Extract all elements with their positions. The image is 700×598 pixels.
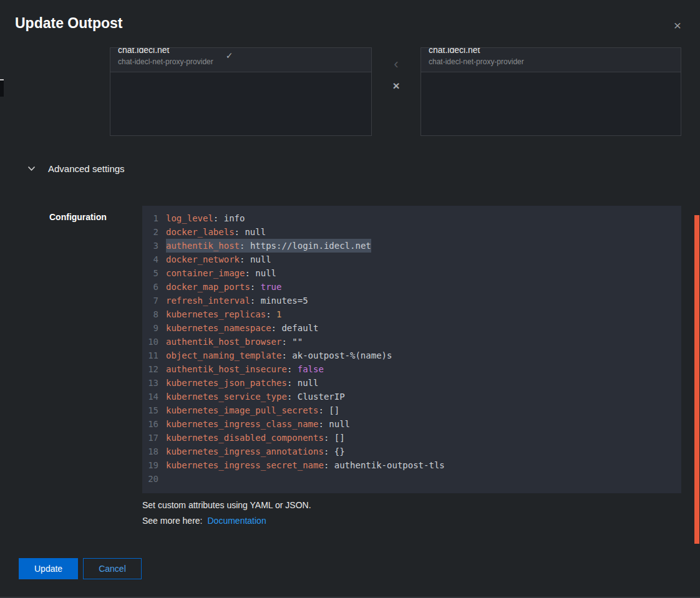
line-number: 11 bbox=[142, 349, 158, 362]
dual-select-controls: ‹ × bbox=[372, 47, 420, 136]
editor-line[interactable]: 1log_level: info bbox=[142, 211, 681, 225]
line-number: 15 bbox=[142, 403, 158, 417]
available-providers-panel[interactable]: chat.idecl.netchat-idecl-net-proxy-provi… bbox=[110, 47, 372, 136]
yaml-value: default bbox=[281, 323, 318, 333]
editor-line[interactable]: 15kubernetes_image_pull_secrets: [] bbox=[142, 403, 681, 417]
yaml-value: null bbox=[255, 268, 276, 278]
yaml-value: https://login.idecl.net bbox=[250, 241, 371, 251]
advanced-settings-toggle[interactable]: Advanced settings bbox=[27, 163, 125, 174]
editor-line[interactable]: 19kubernetes_ingress_secret_name: authen… bbox=[142, 458, 681, 472]
line-number: 1 bbox=[142, 211, 158, 225]
line-number: 20 bbox=[142, 472, 158, 486]
line-code: kubernetes_service_type: ClusterIP bbox=[166, 390, 345, 403]
item-title: chat.idecl.net bbox=[429, 47, 524, 55]
item-subtitle: chat-idecl-net-proxy-provider bbox=[429, 57, 524, 67]
documentation-link[interactable]: Documentation bbox=[208, 516, 266, 526]
yaml-key: kubernetes_ingress_annotations bbox=[166, 446, 324, 456]
line-code: authentik_host_insecure: false bbox=[166, 362, 324, 376]
editor-line[interactable]: 9kubernetes_namespace: default bbox=[142, 321, 681, 335]
yaml-value: info bbox=[224, 213, 245, 223]
update-button[interactable]: Update bbox=[19, 558, 78, 579]
line-code: kubernetes_ingress_annotations: {} bbox=[166, 445, 345, 458]
yaml-key: authentik_host_insecure bbox=[166, 364, 287, 374]
yaml-value: "" bbox=[292, 337, 303, 347]
yaml-value: [] bbox=[334, 433, 345, 443]
yaml-key: log_level bbox=[166, 213, 213, 223]
yaml-value: false bbox=[298, 364, 324, 374]
yaml-value: [] bbox=[329, 405, 339, 415]
see-more-label: See more here: bbox=[142, 516, 203, 526]
line-number: 14 bbox=[142, 390, 158, 403]
line-number: 9 bbox=[142, 321, 158, 335]
yaml-value: null bbox=[329, 419, 350, 429]
yaml-value: null bbox=[250, 254, 271, 264]
yaml-value: null bbox=[245, 227, 266, 237]
cancel-button[interactable]: Cancel bbox=[83, 558, 142, 579]
yaml-value: null bbox=[298, 378, 319, 388]
editor-line[interactable]: 7refresh_interval: minutes=5 bbox=[142, 294, 681, 307]
line-number: 8 bbox=[142, 307, 158, 321]
editor-line[interactable]: 6docker_map_ports: true bbox=[142, 280, 681, 294]
page-scrollbar-thumb[interactable] bbox=[694, 215, 699, 544]
yaml-key: kubernetes_ingress_class_name bbox=[166, 419, 318, 429]
list-item[interactable]: chat.idecl.netchat-idecl-net-proxy-provi… bbox=[421, 47, 681, 72]
editor-line[interactable]: 20 bbox=[142, 472, 681, 486]
line-code: kubernetes_image_pull_secrets: [] bbox=[166, 403, 339, 417]
move-left-icon[interactable]: ‹ bbox=[394, 57, 398, 71]
see-more-text: See more here:Documentation bbox=[142, 516, 266, 526]
line-code: kubernetes_ingress_secret_name: authenti… bbox=[166, 458, 445, 472]
yaml-value: ClusterIP bbox=[298, 392, 345, 402]
selected-providers-panel[interactable]: chat.idecl.netchat-idecl-net-proxy-provi… bbox=[420, 47, 681, 136]
line-number: 5 bbox=[142, 266, 158, 280]
provider-dual-select: chat.idecl.netchat-idecl-net-proxy-provi… bbox=[110, 47, 681, 136]
editor-line[interactable]: 2docker_labels: null bbox=[142, 225, 681, 239]
line-number: 16 bbox=[142, 417, 158, 431]
editor-line[interactable]: 10authentik_host_browser: "" bbox=[142, 335, 681, 349]
line-number: 7 bbox=[142, 294, 158, 307]
editor-line[interactable]: 5container_image: null bbox=[142, 266, 681, 280]
editor-lines: 1log_level: info2docker_labels: null3aut… bbox=[142, 211, 681, 486]
yaml-key: kubernetes_ingress_secret_name bbox=[166, 460, 324, 470]
configuration-help-text: Set custom attributes using YAML or JSON… bbox=[142, 500, 311, 510]
item-texts: chat.idecl.netchat-idecl-net-proxy-provi… bbox=[118, 47, 213, 67]
item-title: chat.idecl.net bbox=[118, 47, 213, 55]
configuration-label: Configuration bbox=[49, 212, 107, 222]
yaml-value: 1 bbox=[276, 309, 281, 319]
editor-line[interactable]: 11object_naming_template: ak-outpost-%(n… bbox=[142, 349, 681, 362]
editor-line[interactable]: 8kubernetes_replicas: 1 bbox=[142, 307, 681, 321]
close-icon[interactable]: × bbox=[671, 16, 684, 34]
yaml-value: {} bbox=[334, 446, 345, 456]
check-icon: ✓ bbox=[226, 51, 233, 60]
yaml-editor[interactable]: 1log_level: info2docker_labels: null3aut… bbox=[142, 206, 681, 493]
editor-line[interactable]: 18kubernetes_ingress_annotations: {} bbox=[142, 445, 681, 458]
editor-line[interactable]: 14kubernetes_service_type: ClusterIP bbox=[142, 390, 681, 403]
yaml-key: authentik_host bbox=[166, 241, 240, 251]
line-code: kubernetes_disabled_components: [] bbox=[166, 431, 345, 445]
line-number: 19 bbox=[142, 458, 158, 472]
editor-line[interactable]: 3authentik_host: https://login.idecl.net bbox=[142, 239, 681, 253]
yaml-key: refresh_interval bbox=[166, 296, 250, 306]
line-code: kubernetes_ingress_class_name: null bbox=[166, 417, 350, 431]
line-code: log_level: info bbox=[166, 211, 245, 225]
line-code: docker_network: null bbox=[166, 253, 271, 266]
line-number: 10 bbox=[142, 335, 158, 349]
editor-line[interactable]: 13kubernetes_json_patches: null bbox=[142, 376, 681, 390]
editor-line[interactable]: 17kubernetes_disabled_components: [] bbox=[142, 431, 681, 445]
line-number: 12 bbox=[142, 362, 158, 376]
list-item[interactable]: chat.idecl.netchat-idecl-net-proxy-provi… bbox=[110, 47, 371, 72]
editor-line[interactable]: 12authentik_host_insecure: false bbox=[142, 362, 681, 376]
yaml-key: kubernetes_disabled_components bbox=[166, 433, 324, 443]
yaml-value: true bbox=[261, 282, 282, 292]
editor-line[interactable]: 16kubernetes_ingress_class_name: null bbox=[142, 417, 681, 431]
yaml-key: kubernetes_json_patches bbox=[166, 378, 287, 388]
editor-line[interactable]: 4docker_network: null bbox=[142, 253, 681, 266]
line-code: refresh_interval: minutes=5 bbox=[166, 294, 308, 307]
line-number: 6 bbox=[142, 280, 158, 294]
yaml-value: authentik-outpost-tls bbox=[334, 460, 445, 470]
yaml-key: docker_map_ports bbox=[166, 282, 250, 292]
remove-all-icon[interactable]: × bbox=[392, 80, 399, 92]
chevron-down-icon bbox=[27, 166, 36, 171]
yaml-key: container_image bbox=[166, 268, 245, 278]
yaml-key: object_naming_template bbox=[166, 350, 281, 360]
line-code: container_image: null bbox=[166, 266, 276, 280]
